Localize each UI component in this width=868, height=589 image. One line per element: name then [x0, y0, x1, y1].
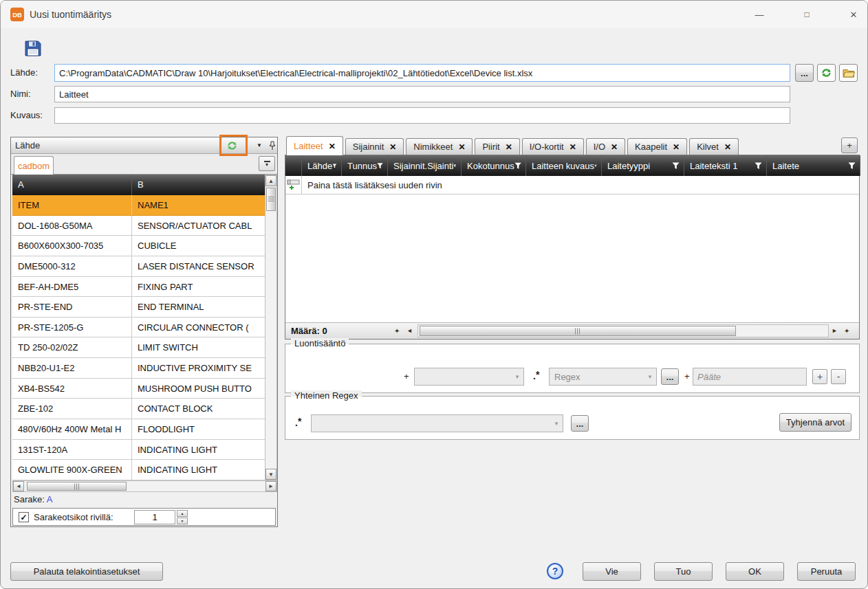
filter-icon[interactable]	[755, 162, 762, 170]
target-column-header[interactable]: Laiteteksti 1	[684, 155, 767, 176]
tab-sijainnit[interactable]: Sijainnit✕	[345, 138, 404, 155]
maximize-button[interactable]: □	[792, 1, 821, 28]
tab-laitteet[interactable]: Laitteet✕	[286, 136, 343, 155]
peruuta-button[interactable]: Peruuta	[797, 562, 856, 581]
source-row[interactable]: PR-STE-ENDEND TERMINAL	[12, 297, 265, 318]
target-column-header[interactable]: Sijainnit.Sijainti	[388, 155, 462, 176]
pager-next-icon[interactable]: ►	[832, 323, 838, 339]
header-row-spinner[interactable]: 1	[134, 510, 175, 524]
source-row[interactable]: B600X600X300-7035CUBICLE	[12, 236, 265, 256]
tab-kilvet[interactable]: Kilvet✕	[689, 138, 739, 155]
tab-close-icon[interactable]: ✕	[724, 142, 731, 152]
tab-piirit[interactable]: Piirit✕	[475, 138, 519, 155]
source-row[interactable]: XB4-BS542MUSHROOM PUSH BUTTO	[12, 379, 265, 399]
clear-values-button[interactable]: Tyhjennä arvot	[779, 413, 851, 432]
tab-close-icon[interactable]: ✕	[569, 142, 576, 152]
scroll-up-icon[interactable]: ▲	[265, 175, 276, 186]
target-column-header[interactable]: Tunnus	[342, 155, 388, 176]
tab-nimikkeet[interactable]: Nimikkeet✕	[406, 138, 473, 155]
target-column-header[interactable]: Laitteen kuvaus	[526, 155, 602, 176]
tab-i-o-kortit[interactable]: I/O-kortit✕	[522, 138, 584, 155]
ok-button[interactable]: OK	[726, 562, 784, 581]
save-button[interactable]	[24, 39, 42, 57]
minimize-button[interactable]: —	[745, 1, 774, 28]
source-column-header[interactable]: B	[132, 175, 265, 195]
rule-remove-button[interactable]: -	[831, 369, 846, 384]
tab-list-dropdown-button[interactable]: ▼	[259, 156, 275, 171]
vscrollbar-thumb[interactable]	[266, 188, 276, 211]
prefix-combobox[interactable]: ▼	[414, 368, 524, 386]
source-row[interactable]: 480V/60Hz 400W Metal HFLOODLIGHT	[12, 419, 265, 440]
restore-docking-button[interactable]: Palauta telakointiasetukset	[10, 562, 163, 581]
regex-combobox[interactable]: Regex ▼	[549, 368, 657, 386]
filter-icon[interactable]	[332, 162, 337, 170]
rule-add-button[interactable]: +	[812, 369, 827, 384]
target-hscrollbar[interactable]	[417, 324, 829, 337]
source-hscrollbar[interactable]: ◄ ►	[12, 480, 277, 492]
header-checkbox[interactable]: ✓	[19, 512, 29, 522]
tab-i-o[interactable]: I/O✕	[586, 138, 625, 155]
source-row[interactable]: TD 250-02/02ZLIMIT SWITCH	[12, 337, 265, 358]
kuvaus-input[interactable]	[54, 107, 790, 124]
source-row[interactable]: NBB20-U1-E2INDUCTIVE PROXIMITY SE	[12, 358, 265, 379]
spinner-up-icon[interactable]: ▲	[177, 510, 188, 517]
shared-regex-combobox[interactable]: ▼	[311, 414, 563, 432]
plus-prefix-label: +	[404, 368, 409, 386]
source-row[interactable]: DOL-1608-G50MASENSOR/ACTUATOR CABL	[12, 216, 265, 236]
tab-close-icon[interactable]: ✕	[389, 142, 396, 152]
open-file-button[interactable]	[839, 64, 858, 82]
scroll-down-icon[interactable]: ▼	[265, 469, 276, 480]
filter-icon[interactable]	[672, 162, 680, 170]
source-vscrollbar[interactable]: ▲ ▼	[265, 175, 277, 480]
tab-cadbom[interactable]: cadbom	[14, 156, 54, 175]
tab-close-icon[interactable]: ✕	[611, 142, 618, 152]
paate-input[interactable]	[693, 368, 807, 386]
source-panel-header[interactable]: Lähde ▼	[11, 137, 277, 154]
vie-button[interactable]: Vie	[583, 562, 641, 581]
source-row[interactable]: 131ST-120AINDICATING LIGHT	[12, 440, 265, 460]
source-row[interactable]: BEF-AH-DME5FIXING PART	[12, 277, 265, 298]
filter-icon[interactable]	[377, 162, 383, 170]
pager-first-icon[interactable]: ✦	[394, 323, 400, 339]
pin-icon[interactable]	[268, 141, 276, 153]
regex-ellipsis-button[interactable]: ...	[661, 368, 679, 385]
target-column-header[interactable]: Lähde	[302, 155, 342, 176]
spinner-down-icon[interactable]: ▼	[177, 518, 188, 524]
scroll-left-icon[interactable]: ◄	[13, 481, 24, 491]
browse-button[interactable]: ...	[795, 64, 814, 82]
pager-prev-icon[interactable]: ◄	[406, 323, 413, 339]
filter-icon[interactable]	[594, 162, 597, 170]
lahde-input[interactable]	[54, 64, 790, 82]
target-column-header[interactable]: Laitete	[767, 155, 860, 176]
tab-close-icon[interactable]: ✕	[458, 142, 465, 152]
source-row[interactable]: PR-STE-1205-GCIRCULAR CONNECTOR (	[12, 318, 265, 338]
target-column-header[interactable]: Kokotunnus	[462, 155, 526, 176]
tuo-button[interactable]: Tuo	[654, 562, 713, 581]
filter-icon[interactable]	[514, 162, 521, 170]
add-row[interactable]: Paina tästä lisätäksesi uuden rivin	[285, 176, 859, 195]
source-row[interactable]: ITEMNAME1	[12, 195, 265, 216]
target-hscrollbar-thumb[interactable]	[420, 326, 736, 336]
refresh-source-button[interactable]	[817, 64, 836, 82]
shared-regex-ellipsis-button[interactable]: ...	[571, 415, 589, 432]
tab-kaapelit[interactable]: Kaapelit✕	[627, 138, 687, 155]
tab-close-icon[interactable]: ✕	[673, 142, 680, 152]
pager-last-icon[interactable]: ✦	[844, 323, 849, 339]
tab-close-icon[interactable]: ✕	[506, 142, 512, 152]
hscrollbar-thumb[interactable]	[27, 482, 127, 491]
title-bar[interactable]: DB Uusi tuontimääritys — □ ✕	[1, 1, 867, 28]
filter-icon[interactable]	[453, 162, 457, 170]
tab-close-icon[interactable]: ✕	[329, 142, 336, 151]
source-row[interactable]: ZBE-102CONTACT BLOCK	[12, 399, 265, 419]
source-column-header[interactable]: A	[12, 175, 132, 195]
panel-menu-chevron-icon[interactable]: ▼	[254, 137, 264, 154]
help-icon[interactable]: ?	[547, 563, 563, 579]
source-row[interactable]: GLOWLITE 900X-GREENINDICATING LIGHT	[12, 460, 265, 480]
close-button[interactable]: ✕	[839, 1, 868, 28]
nimi-input[interactable]	[54, 86, 790, 102]
scroll-right-icon[interactable]: ►	[265, 481, 276, 491]
add-tab-button[interactable]: +	[841, 137, 858, 153]
filter-icon[interactable]	[848, 162, 856, 170]
target-column-header[interactable]: Laitetyyppi	[602, 155, 684, 176]
source-row[interactable]: DME5000-312LASER DISTANCE SENSOR	[12, 256, 265, 277]
